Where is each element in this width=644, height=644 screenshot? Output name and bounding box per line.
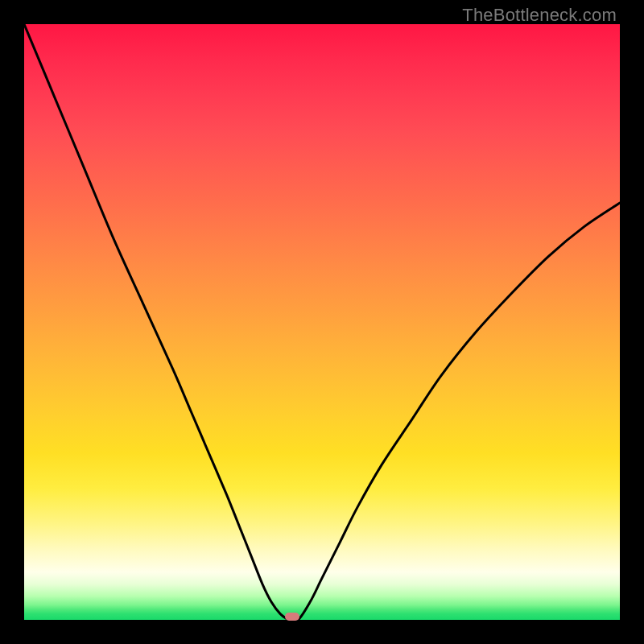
watermark: TheBottleneck.com xyxy=(462,5,617,26)
chart-container: TheBottleneck.com xyxy=(0,0,644,644)
optimal-marker xyxy=(285,613,299,621)
plot-area xyxy=(24,24,620,620)
bottleneck-curve xyxy=(24,24,620,620)
